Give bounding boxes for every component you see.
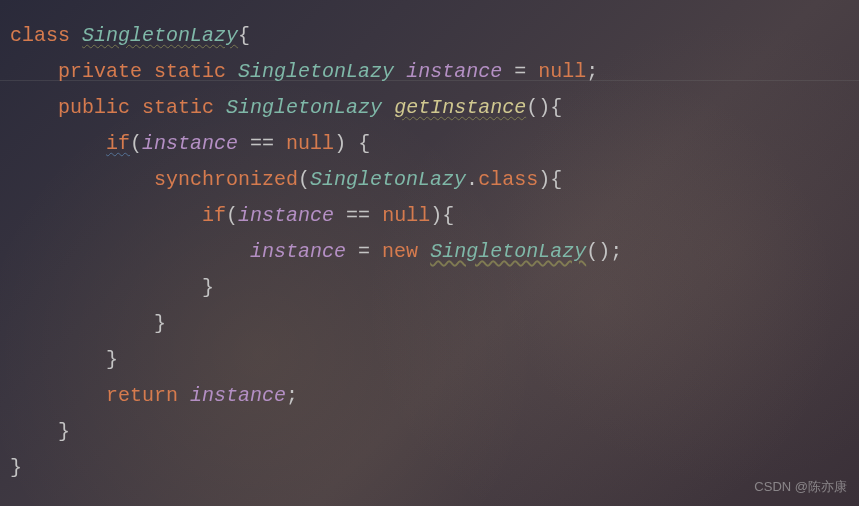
operator: == (250, 132, 274, 155)
code-line: if(instance == null) { (10, 126, 849, 162)
keyword-class: class (478, 168, 538, 191)
keyword-private: private (58, 60, 142, 83)
keyword-null: null (286, 132, 334, 155)
field-name: instance (190, 384, 286, 407)
code-line: return instance; (10, 378, 849, 414)
code-line: } (10, 450, 849, 486)
paren-open: ( (130, 132, 142, 155)
keyword-if: if (106, 132, 130, 155)
code-line: } (10, 270, 849, 306)
keyword-public: public (58, 96, 130, 119)
type-name: SingletonLazy (310, 168, 466, 191)
brace-close: } (58, 420, 70, 443)
type-name: SingletonLazy (82, 24, 238, 47)
operator: == (346, 204, 370, 227)
constructor-name: SingletonLazy (430, 240, 586, 263)
type-name: SingletonLazy (238, 60, 394, 83)
brace-close: } (10, 456, 22, 479)
brace: { (238, 24, 250, 47)
keyword-synchronized: synchronized (154, 168, 298, 191)
brace: { (550, 96, 562, 119)
code-line: } (10, 342, 849, 378)
brace: { (358, 132, 370, 155)
paren-open: ( (226, 204, 238, 227)
keyword-return: return (106, 384, 178, 407)
keyword-if: if (202, 204, 226, 227)
code-line: class SingletonLazy{ (10, 18, 849, 54)
brace: { (550, 168, 562, 191)
type-name: SingletonLazy (226, 96, 382, 119)
parentheses: () (526, 96, 550, 119)
code-line: public static SingletonLazy getInstance(… (10, 90, 849, 126)
keyword-null: null (382, 204, 430, 227)
keyword-class: class (10, 24, 70, 47)
code-line: } (10, 306, 849, 342)
code-line: if(instance == null){ (10, 198, 849, 234)
operator: = (514, 60, 526, 83)
keyword-null: null (538, 60, 586, 83)
paren-close: ) (334, 132, 346, 155)
code-line: instance = new SingletonLazy(); (10, 234, 849, 270)
field-name: instance (142, 132, 238, 155)
keyword-static: static (154, 60, 226, 83)
keyword-new: new (382, 240, 418, 263)
field-name: instance (250, 240, 346, 263)
paren-close: ) (538, 168, 550, 191)
semicolon: ; (586, 60, 598, 83)
paren-open: ( (298, 168, 310, 191)
semicolon: ; (286, 384, 298, 407)
code-line: } (10, 414, 849, 450)
brace-close: } (154, 312, 166, 335)
code-line: private static SingletonLazy instance = … (10, 54, 849, 90)
field-name: instance (238, 204, 334, 227)
brace-close: } (106, 348, 118, 371)
parentheses: () (586, 240, 610, 263)
keyword-static: static (142, 96, 214, 119)
brace: { (442, 204, 454, 227)
method-name: getInstance (394, 96, 526, 119)
brace-close: } (202, 276, 214, 299)
paren-close: ) (430, 204, 442, 227)
code-line: synchronized(SingletonLazy.class){ (10, 162, 849, 198)
code-editor: class SingletonLazy{ private static Sing… (10, 18, 849, 486)
operator: = (358, 240, 370, 263)
watermark-text: CSDN @陈亦康 (754, 475, 847, 498)
semicolon: ; (610, 240, 622, 263)
dot: . (466, 168, 478, 191)
field-name: instance (406, 60, 502, 83)
